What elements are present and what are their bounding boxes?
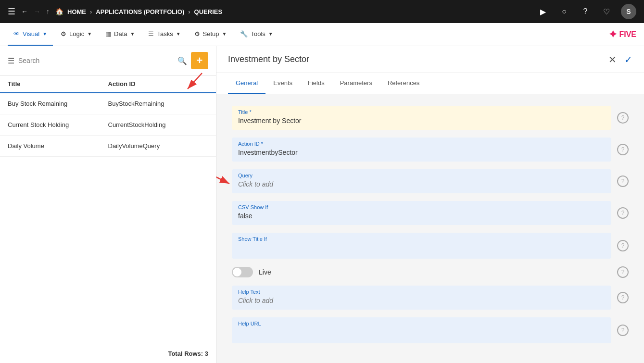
five-logo-icon: ✦ <box>608 28 617 41</box>
breadcrumb-sep-1: › <box>90 8 92 15</box>
up-icon[interactable]: ↑ <box>46 8 50 15</box>
svg-line-3 <box>216 174 229 184</box>
csv-show-if-row: CSV Show If false ? <box>232 201 629 225</box>
breadcrumb-applications[interactable]: APPLICATIONS (PORTFOLIO) <box>96 8 184 15</box>
close-icon[interactable]: ✕ <box>608 54 617 65</box>
nav-setup[interactable]: ⚙ Setup ▼ <box>189 23 233 46</box>
action-id-field-wrapper[interactable]: Action ID * InvestmentbySector <box>232 138 611 162</box>
tab-general[interactable]: General <box>228 73 265 94</box>
help-url-value <box>238 328 605 338</box>
arrow-indicator <box>178 71 207 95</box>
row-action-2: CurrentStockHolding <box>108 121 209 128</box>
table-row[interactable]: Current Stock Holding CurrentStockHoldin… <box>0 114 216 136</box>
title-label: Title * <box>238 109 605 115</box>
table-body: Buy Stock Remaining BuyStockRemaining Cu… <box>0 93 216 344</box>
help-text-help-icon[interactable]: ? <box>617 292 629 303</box>
query-row: Query Click to add ? <box>232 169 629 193</box>
filter-icon[interactable]: ☰ <box>8 56 14 65</box>
top-nav: ☰ ← → ↑ 🏠 HOME › APPLICATIONS (PORTFOLIO… <box>0 0 644 23</box>
csv-show-if-help-icon[interactable]: ? <box>617 207 629 219</box>
tasks-icon: ☰ <box>148 30 154 38</box>
back-icon[interactable]: ← <box>21 8 28 15</box>
query-label: Query <box>238 173 605 178</box>
title-value: Investment by Sector <box>238 117 605 125</box>
tab-fields[interactable]: Fields <box>300 73 332 94</box>
live-toggle-row: Live ? <box>232 266 629 278</box>
avatar[interactable]: S <box>621 4 636 19</box>
query-help-icon[interactable]: ? <box>617 175 629 187</box>
nav-logic[interactable]: ⚙ Logic ▼ <box>55 23 98 46</box>
main-content: ☰ 🔍 + Title Action ID Buy Stock Remainin <box>0 46 644 363</box>
forward-icon[interactable]: → <box>34 8 40 15</box>
help-url-field-wrapper[interactable]: Help URL <box>232 317 611 343</box>
home-icon: 🏠 <box>55 8 63 15</box>
nav-data[interactable]: ▦ Data ▼ <box>100 23 140 46</box>
show-title-if-value <box>238 244 605 253</box>
row-title-2: Current Stock Holding <box>8 121 108 128</box>
csv-show-if-value: false <box>238 212 605 220</box>
live-label: Live <box>259 268 611 276</box>
query-field-wrapper[interactable]: Query Click to add <box>232 169 611 193</box>
nav-actions: ▶ ○ ? ♡ S <box>536 4 636 19</box>
help-url-row: Help URL ? <box>232 317 629 343</box>
visual-icon: 👁 <box>13 30 20 38</box>
title-field-wrapper[interactable]: Title * Investment by Sector <box>232 106 611 130</box>
nav-tools[interactable]: 🔧 Tools ▼ <box>234 23 278 46</box>
show-title-if-label: Show Title If <box>238 236 605 242</box>
panel-title: Investment by Sector <box>228 54 608 64</box>
show-title-if-help-icon[interactable]: ? <box>617 240 629 251</box>
hamburger-menu-icon[interactable]: ☰ <box>8 6 15 17</box>
action-id-label: Action ID * <box>238 141 605 147</box>
tab-events[interactable]: Events <box>265 73 300 94</box>
title-row: Title * Investment by Sector ? <box>232 106 629 130</box>
setup-icon: ⚙ <box>194 30 200 38</box>
second-nav: 👁 Visual ▼ ⚙ Logic ▼ ▦ Data ▼ ☰ Tasks ▼ … <box>0 23 644 46</box>
tab-references[interactable]: References <box>380 73 427 94</box>
help-url-label: Help URL <box>238 321 605 326</box>
live-toggle[interactable] <box>232 267 253 277</box>
query-placeholder: Click to add <box>238 180 605 188</box>
breadcrumb-home[interactable]: HOME <box>67 8 86 15</box>
title-help-icon[interactable]: ? <box>617 112 629 124</box>
tab-parameters[interactable]: Parameters <box>332 73 380 94</box>
form-area: Title * Investment by Sector ? Action ID… <box>216 94 644 363</box>
nav-tasks[interactable]: ☰ Tasks ▼ <box>142 23 186 46</box>
nav-visual[interactable]: 👁 Visual ▼ <box>8 23 53 46</box>
row-action-1: BuyStockRemaining <box>108 100 209 107</box>
help-nav-icon[interactable]: ? <box>579 5 592 18</box>
confirm-icon[interactable]: ✓ <box>624 54 632 65</box>
show-title-if-field-wrapper[interactable]: Show Title If <box>232 233 611 259</box>
action-id-help-icon[interactable]: ? <box>617 144 629 155</box>
add-button[interactable]: + <box>191 52 208 69</box>
notifications-icon[interactable]: ♡ <box>600 5 613 18</box>
show-title-if-row: Show Title If ? <box>232 233 629 259</box>
play-icon[interactable]: ▶ <box>536 5 550 18</box>
csv-show-if-field-wrapper[interactable]: CSV Show If false <box>232 201 611 225</box>
search-input[interactable] <box>18 57 174 64</box>
live-help-icon[interactable]: ? <box>617 266 629 278</box>
help-url-help-icon[interactable]: ? <box>617 325 629 336</box>
breadcrumb-queries[interactable]: QUERIES <box>194 8 223 15</box>
col-title-header: Title <box>8 80 108 88</box>
table-row[interactable]: Daily Volume DailyVolumeQuery <box>0 136 216 157</box>
svg-line-1 <box>188 73 202 89</box>
data-icon: ▦ <box>105 30 111 38</box>
panel-header: Investment by Sector ✕ ✓ <box>216 46 644 73</box>
search-icon[interactable]: 🔍 <box>177 56 187 65</box>
logic-icon: ⚙ <box>61 30 66 38</box>
table-footer: Total Rows: 3 <box>0 344 216 363</box>
action-id-value: InvestmentbySector <box>238 149 605 156</box>
header-actions: ✕ ✓ <box>608 54 632 65</box>
search-nav-icon[interactable]: ○ <box>557 5 571 18</box>
toggle-knob <box>233 268 241 276</box>
help-text-field-wrapper[interactable]: Help Text Click to add <box>232 286 611 310</box>
table-row[interactable]: Buy Stock Remaining BuyStockRemaining <box>0 93 216 114</box>
help-text-label: Help Text <box>238 289 605 295</box>
left-panel: ☰ 🔍 + Title Action ID Buy Stock Remainin <box>0 46 216 363</box>
five-logo: ✦ FIVE <box>608 28 636 41</box>
row-title-1: Buy Stock Remaining <box>8 100 108 107</box>
row-title-3: Daily Volume <box>8 142 108 150</box>
query-arrow-indicator <box>216 172 237 191</box>
tabs-bar: General Events Fields Parameters Referen… <box>216 73 644 94</box>
help-text-placeholder: Click to add <box>238 297 605 304</box>
